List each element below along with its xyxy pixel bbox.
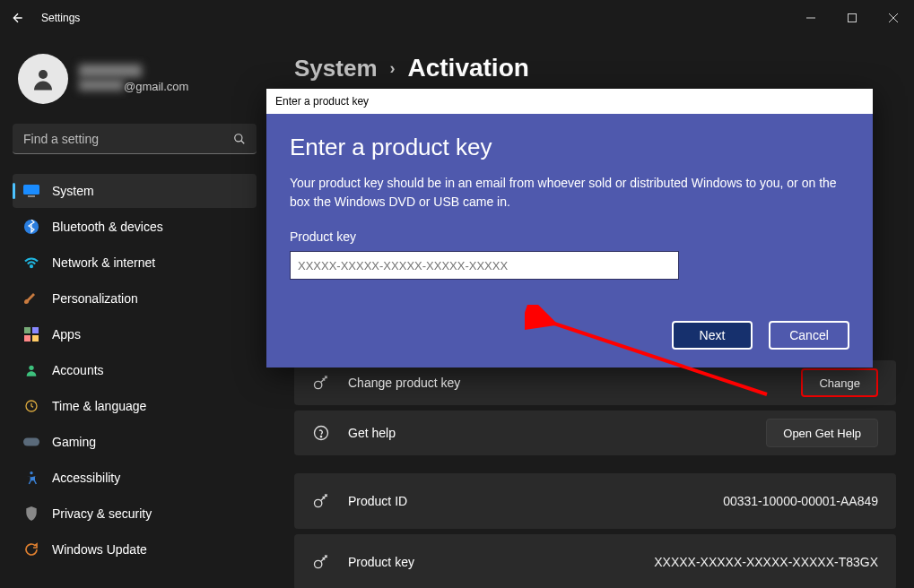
dialog-body: Enter a product key Your product key sho… <box>266 114 873 368</box>
svg-rect-12 <box>32 327 39 333</box>
nav-label: Personalization <box>52 291 138 306</box>
row-product-key: Product key XXXXX-XXXXX-XXXXX-XXXXX-T83G… <box>294 534 896 588</box>
clock-icon <box>23 398 39 414</box>
user-info: @gmail.com <box>79 65 188 93</box>
row-get-help: Get help Open Get Help <box>294 411 896 455</box>
search-box <box>13 124 257 154</box>
nav-item-network[interactable]: Network & internet <box>13 246 257 280</box>
avatar <box>18 54 68 104</box>
dialog-description: Your product key should be in an email f… <box>290 174 849 212</box>
nav-label: Privacy & security <box>52 506 152 521</box>
help-icon <box>312 424 332 442</box>
svg-point-19 <box>315 381 322 388</box>
nav-label: Windows Update <box>52 542 147 557</box>
nav-item-personalization[interactable]: Personalization <box>13 281 257 316</box>
svg-rect-13 <box>24 335 30 342</box>
sidebar: @gmail.com System Bluetooth & devices <box>0 36 269 588</box>
nav-label: Accessibility <box>52 471 120 485</box>
nav-item-apps[interactable]: Apps <box>13 317 257 351</box>
change-button[interactable]: Change <box>801 368 878 397</box>
nav-item-update[interactable]: Windows Update <box>13 532 257 566</box>
dialog-titlebar: Enter a product key <box>266 89 873 114</box>
svg-point-10 <box>30 265 32 267</box>
apps-icon <box>23 326 39 342</box>
nav-item-system[interactable]: System <box>13 174 257 208</box>
settings-window: Settings @gmail.com <box>0 0 914 588</box>
nav-item-accessibility[interactable]: Accessibility <box>13 461 257 495</box>
window-controls <box>790 0 914 36</box>
svg-point-15 <box>29 366 33 370</box>
close-button[interactable] <box>873 0 914 36</box>
next-button[interactable]: Next <box>672 321 753 350</box>
svg-point-21 <box>320 437 321 437</box>
breadcrumb-current: Activation <box>408 54 529 82</box>
nav-label: Bluetooth & devices <box>52 220 163 234</box>
user-email: @gmail.com <box>79 80 188 93</box>
svg-rect-7 <box>23 185 39 195</box>
breadcrumb-parent[interactable]: System <box>294 55 378 82</box>
product-key-label: Product key <box>290 229 849 244</box>
svg-point-18 <box>30 471 32 474</box>
svg-rect-14 <box>32 335 39 342</box>
product-id-value: 00331-10000-00001-AA849 <box>723 494 878 508</box>
titlebar-left: Settings <box>11 11 80 25</box>
row-label: Product key <box>348 555 638 569</box>
key-icon <box>312 374 332 392</box>
row-product-id: Product ID 00331-10000-00001-AA849 <box>294 473 896 529</box>
update-icon <box>23 541 39 558</box>
dialog-buttons: Next Cancel <box>290 321 849 350</box>
key-icon <box>312 492 332 510</box>
svg-point-23 <box>315 560 322 567</box>
cancel-button[interactable]: Cancel <box>769 321 849 350</box>
nav-item-privacy[interactable]: Privacy & security <box>13 497 257 531</box>
gamepad-icon <box>23 434 39 450</box>
enter-product-key-dialog: Enter a product key Enter a product key … <box>266 89 873 368</box>
nav-item-accounts[interactable]: Accounts <box>13 353 257 387</box>
bluetooth-icon <box>23 219 39 235</box>
product-key-input[interactable] <box>290 251 679 280</box>
svg-point-4 <box>39 70 48 79</box>
svg-point-5 <box>235 134 242 142</box>
search-icon <box>233 133 246 145</box>
brush-icon <box>23 290 39 307</box>
person-icon <box>23 362 39 378</box>
dialog-title: Enter a product key <box>290 134 849 161</box>
accessibility-icon <box>23 470 39 486</box>
svg-point-22 <box>315 499 322 506</box>
nav-list: System Bluetooth & devices Network & int… <box>13 174 257 566</box>
svg-rect-8 <box>28 195 35 197</box>
titlebar: Settings <box>0 0 914 36</box>
nav-label: Network & internet <box>52 255 155 270</box>
svg-rect-1 <box>849 14 857 22</box>
nav-label: Gaming <box>52 435 96 449</box>
app-title: Settings <box>41 12 80 24</box>
maximize-button[interactable] <box>831 0 873 36</box>
user-name <box>79 65 188 80</box>
svg-rect-17 <box>23 438 39 446</box>
system-icon <box>23 183 39 199</box>
nav-label: Apps <box>52 327 81 342</box>
nav-label: Time & language <box>52 399 146 413</box>
key-icon <box>312 553 332 571</box>
product-key-value: XXXXX-XXXXX-XXXXX-XXXXX-T83GX <box>654 555 878 569</box>
breadcrumb: System › Activation <box>294 54 896 82</box>
svg-line-6 <box>241 141 245 144</box>
row-label: Get help <box>348 426 750 440</box>
minimize-button[interactable] <box>790 0 831 36</box>
search-input[interactable] <box>13 124 257 154</box>
nav-item-bluetooth[interactable]: Bluetooth & devices <box>13 210 257 244</box>
nav-item-gaming[interactable]: Gaming <box>13 425 257 459</box>
chevron-right-icon: › <box>390 59 396 78</box>
user-profile[interactable]: @gmail.com <box>13 54 257 104</box>
back-icon[interactable] <box>11 11 25 25</box>
row-label: Change product key <box>348 376 785 390</box>
svg-rect-11 <box>24 327 30 333</box>
nav-label: System <box>52 184 94 198</box>
settings-rows: Change product key Change Get help Open … <box>294 360 896 588</box>
open-get-help-button[interactable]: Open Get Help <box>766 419 878 447</box>
nav-label: Accounts <box>52 363 104 377</box>
nav-item-time-language[interactable]: Time & language <box>13 389 257 423</box>
wifi-icon <box>23 255 39 271</box>
row-label: Product ID <box>348 494 707 508</box>
shield-icon <box>23 506 39 522</box>
